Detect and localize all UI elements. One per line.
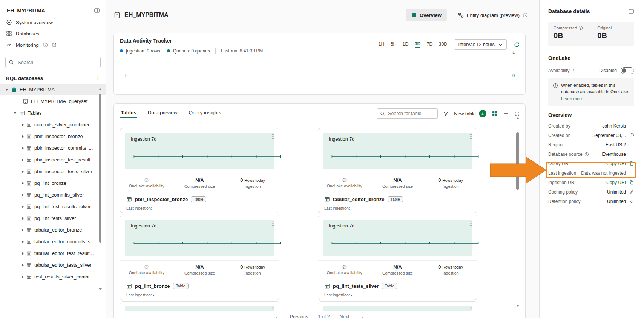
scroll-down-icon[interactable] xyxy=(99,288,102,290)
table-card[interactable]: Ingestion 7d OneLake availability N/A Co… xyxy=(120,128,279,213)
edit-icon[interactable] xyxy=(629,199,634,204)
info-icon[interactable] xyxy=(571,68,576,73)
tree-table-item[interactable]: pbir_inspector_test_result... xyxy=(0,154,106,166)
table-card[interactable]: Ingestion 7d OneLake availability N/A Co… xyxy=(318,215,477,300)
new-table-button[interactable]: New table + xyxy=(454,110,486,117)
range-30d[interactable]: 30D xyxy=(439,41,447,48)
entity-diagram-button[interactable]: Entity diagram (preview) xyxy=(458,12,528,18)
table-card-name[interactable]: pq_lint_bronze xyxy=(135,283,170,289)
open-pane-icon[interactable] xyxy=(628,8,634,14)
tree-table-item[interactable]: tabular_editor_commits_s... xyxy=(0,236,106,247)
range-3d[interactable]: 3D xyxy=(415,41,421,48)
card-menu-icon[interactable] xyxy=(470,134,472,140)
tree-item-queryset[interactable]: EH_MYPBITMA_queryset xyxy=(0,95,106,107)
chevron-right-icon[interactable] xyxy=(22,123,24,126)
tree-table-item[interactable]: pq_lint_commits_silver xyxy=(0,189,106,201)
sidebar-item-databases[interactable]: Databases xyxy=(0,28,106,39)
chevron-right-icon[interactable] xyxy=(22,252,24,255)
chevron-right-icon[interactable] xyxy=(22,158,24,161)
tree-table-item[interactable]: pq_lint_test_results_silver xyxy=(0,201,106,212)
info-icon[interactable] xyxy=(43,42,48,48)
external-link-icon[interactable] xyxy=(52,42,57,48)
tree-table-item[interactable]: commits_silver_combined xyxy=(0,119,106,131)
info-icon[interactable] xyxy=(578,26,583,30)
table-card-name[interactable]: pq_lint_tests_silver xyxy=(333,283,379,289)
chevron-right-icon[interactable] xyxy=(22,147,24,150)
chevron-right-icon[interactable] xyxy=(22,275,24,278)
range-1d[interactable]: 1D xyxy=(403,41,409,48)
table-card[interactable]: Ingestion 7d OneLake availability N/A Co… xyxy=(120,215,279,300)
add-database-icon[interactable]: + xyxy=(96,75,100,81)
info-icon[interactable] xyxy=(523,12,528,18)
copy-icon[interactable] xyxy=(629,161,634,166)
grid-view-icon[interactable] xyxy=(492,111,498,117)
tab-tables[interactable]: Tables xyxy=(120,108,137,119)
chevron-right-icon[interactable] xyxy=(22,170,24,173)
card-menu-icon[interactable] xyxy=(470,220,472,226)
chevron-right-icon[interactable] xyxy=(22,264,24,267)
tab-data-preview[interactable]: Data preview xyxy=(147,108,178,119)
chevron-right-icon[interactable] xyxy=(22,217,24,220)
table-card-name[interactable]: tabular_editor_bronze xyxy=(333,197,385,202)
chevron-down-icon[interactable] xyxy=(14,112,17,114)
tree-table-item[interactable]: pbir_inspector_bronze xyxy=(0,131,106,142)
chevron-right-icon[interactable] xyxy=(22,229,24,232)
onelake-availability-label: OneLake availability xyxy=(327,184,362,188)
range-7d[interactable]: 7D xyxy=(426,41,432,48)
edit-icon[interactable] xyxy=(629,189,634,195)
tree-table-item[interactable]: tabular_editor_test_result... xyxy=(0,247,106,259)
chevron-right-icon[interactable] xyxy=(22,205,24,208)
tree-table-item[interactable]: tabular_editor_tests_silver xyxy=(0,259,106,271)
chevron-right-icon[interactable] xyxy=(22,240,24,243)
tree-table-item[interactable]: pq_lint_bronze xyxy=(0,177,106,189)
availability-toggle[interactable] xyxy=(621,67,634,74)
card-menu-icon[interactable] xyxy=(272,220,274,226)
scroll-down-icon[interactable] xyxy=(516,305,519,307)
scroll-up-icon[interactable] xyxy=(516,117,519,119)
card-menu-icon[interactable] xyxy=(272,134,274,140)
filter-icon[interactable] xyxy=(443,111,449,117)
fullscreen-icon[interactable] xyxy=(514,111,520,117)
copy-icon[interactable] xyxy=(629,180,634,185)
range-1h[interactable]: 1H xyxy=(379,41,385,48)
collapse-pane-icon[interactable] xyxy=(94,8,100,14)
tree-table-item[interactable]: test_results_silver_combi... xyxy=(0,271,106,283)
sidebar-search[interactable] xyxy=(5,57,101,68)
learn-more-link[interactable]: Learn more xyxy=(561,96,583,102)
table-card[interactable]: Ingestion 7d OneLake availability N/A Co… xyxy=(318,128,477,213)
tree-table-item[interactable]: pbir_inspector_tests_silver xyxy=(0,166,106,177)
chevron-right-icon[interactable] xyxy=(22,194,24,197)
scrollbar-thumb[interactable] xyxy=(516,132,519,190)
tree-table-item[interactable]: pbir_inspector_commits_... xyxy=(0,142,106,154)
copy-ingestion-uri-link[interactable]: Copy URI xyxy=(606,180,626,185)
copy-query-uri-link[interactable]: Copy URI xyxy=(606,161,626,166)
sidebar-item-system-overview[interactable]: System overview xyxy=(0,17,106,28)
info-icon[interactable] xyxy=(584,152,589,157)
chevron-right-icon[interactable] xyxy=(22,135,24,138)
chevron-right-icon[interactable] xyxy=(22,182,24,185)
range-6h[interactable]: 6H xyxy=(391,41,397,48)
info-icon[interactable] xyxy=(629,133,634,138)
previous-button[interactable]: Previous xyxy=(290,314,308,318)
tree-table-item[interactable]: pq_lint_tests_silver xyxy=(0,212,106,224)
tables-scrollbar[interactable] xyxy=(515,117,520,307)
tree-item-database[interactable]: EH_MYPBITMA xyxy=(0,84,106,95)
interval-dropdown[interactable]: Interval: 12 hours xyxy=(454,39,507,50)
scroll-up-icon[interactable] xyxy=(99,88,102,90)
refresh-icon[interactable] xyxy=(514,41,520,48)
search-input[interactable] xyxy=(17,59,97,66)
next-arrow-icon[interactable]: → xyxy=(359,314,364,318)
table-card-name[interactable]: pbir_inspector_bronze xyxy=(135,197,188,202)
table-search[interactable] xyxy=(377,108,438,119)
sidebar-item-monitoring[interactable]: Monitoring xyxy=(0,39,106,51)
next-button[interactable]: Next xyxy=(340,314,350,318)
tree-table-item[interactable]: tabular_editor_bronze xyxy=(0,224,106,236)
chevron-down-icon[interactable] xyxy=(5,89,8,91)
tab-query-insights[interactable]: Query insights xyxy=(188,108,222,119)
list-view-icon[interactable] xyxy=(503,111,509,117)
previous-arrow-icon[interactable]: ← xyxy=(275,314,280,318)
table-search-input[interactable] xyxy=(387,111,434,117)
tree-item-tables-folder[interactable]: Tables xyxy=(0,107,106,119)
sidebar-scrollbar-thumb[interactable] xyxy=(99,94,101,243)
overview-button[interactable]: Overview xyxy=(406,9,447,21)
